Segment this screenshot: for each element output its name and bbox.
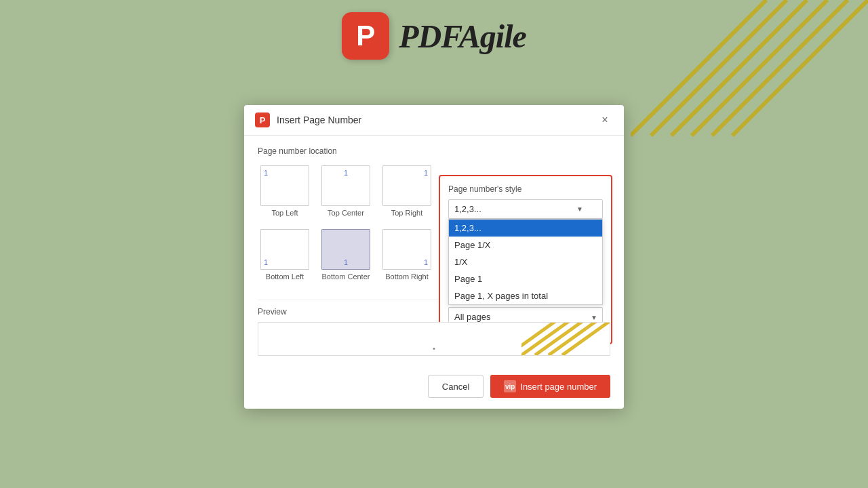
logo-pdf: PDF <box>399 18 459 54</box>
cancel-button[interactable]: Cancel <box>428 375 484 398</box>
bottom-right-label: Bottom Right <box>385 272 429 281</box>
dialog-title: Insert Page Number <box>277 115 597 125</box>
style-dropdown[interactable]: 1,2,3... ▼ <box>448 199 603 219</box>
close-button[interactable]: × <box>597 112 613 128</box>
preview-box <box>258 322 610 356</box>
location-section-label: Page number location <box>258 146 434 156</box>
style-option-5[interactable]: Page 1, X pages in total <box>449 287 602 304</box>
content-area: Page number location 1 Top Left 1 Top Ce… <box>258 146 610 290</box>
dialog-footer: Cancel vip Insert page number <box>244 367 624 409</box>
top-left-label: Top Left <box>271 209 298 217</box>
logo-letter: P <box>356 22 375 50</box>
top-location-row: 1 Top Left 1 Top Center 1 T <box>258 163 434 220</box>
dialog-icon: P <box>255 113 270 127</box>
location-top-right[interactable]: 1 Top Right <box>380 163 434 220</box>
bottom-right-thumb: 1 <box>382 229 431 270</box>
app-logo-icon: P <box>342 12 389 60</box>
bottom-location-row: 1 Bottom Left 1 Bottom Center 1 <box>258 226 434 283</box>
insert-button-label: Insert page number <box>520 382 597 392</box>
top-right-label: Top Right <box>391 209 422 217</box>
style-dropdown-wrapper: 1,2,3... ▼ 1,2,3... Page 1/X 1/X Page 1 … <box>448 199 603 219</box>
location-top-center[interactable]: 1 Top Center <box>319 163 373 220</box>
style-section-label: Page number's style <box>448 184 603 194</box>
app-logo-text: PDFAgile <box>399 18 526 55</box>
location-bottom-left[interactable]: 1 Bottom Left <box>258 226 312 283</box>
style-dropdown-list: 1,2,3... Page 1/X 1/X Page 1 Page 1, X p… <box>448 219 603 305</box>
location-bottom-right[interactable]: 1 Bottom Right <box>380 226 434 283</box>
insert-page-number-dialog: P Insert Page Number × Page number locat… <box>244 105 624 409</box>
bottom-left-label: Bottom Left <box>266 272 304 281</box>
bottom-left-thumb: 1 <box>260 229 309 270</box>
top-center-thumb: 1 <box>321 165 370 206</box>
location-top-left[interactable]: 1 Top Left <box>258 163 312 220</box>
preview-dot <box>433 348 435 350</box>
style-option-3[interactable]: 1/X <box>449 253 602 270</box>
preview-stripes <box>521 322 610 355</box>
top-right-thumb: 1 <box>382 165 431 206</box>
insert-button[interactable]: vip Insert page number <box>490 375 610 398</box>
style-section: Page number's style 1,2,3... ▼ 1,2,3... … <box>439 175 612 344</box>
dialog-body: Page number location 1 Top Left 1 Top Ce… <box>244 136 624 367</box>
bottom-center-label: Bottom Center <box>322 272 370 281</box>
style-option-4[interactable]: Page 1 <box>449 270 602 287</box>
logo-agile: Agile <box>459 18 526 54</box>
style-dropdown-value: 1,2,3... <box>454 204 481 214</box>
top-center-label: Top Center <box>328 209 364 217</box>
location-bottom-center[interactable]: 1 Bottom Center <box>319 226 373 283</box>
bottom-center-thumb: 1 <box>321 229 370 270</box>
style-option-1[interactable]: 1,2,3... <box>449 220 602 237</box>
preview-label: Preview <box>258 307 287 317</box>
top-left-thumb: 1 <box>260 165 309 206</box>
vip-icon: vip <box>504 380 516 392</box>
app-header: P PDFAgile <box>0 0 868 66</box>
location-column: Page number location 1 Top Left 1 Top Ce… <box>258 146 434 290</box>
dialog-titlebar: P Insert Page Number × <box>244 105 624 136</box>
style-column: Page number's style 1,2,3... ▼ 1,2,3... … <box>445 146 614 290</box>
chevron-down-icon: ▼ <box>576 205 583 213</box>
style-option-2[interactable]: Page 1/X <box>449 237 602 253</box>
